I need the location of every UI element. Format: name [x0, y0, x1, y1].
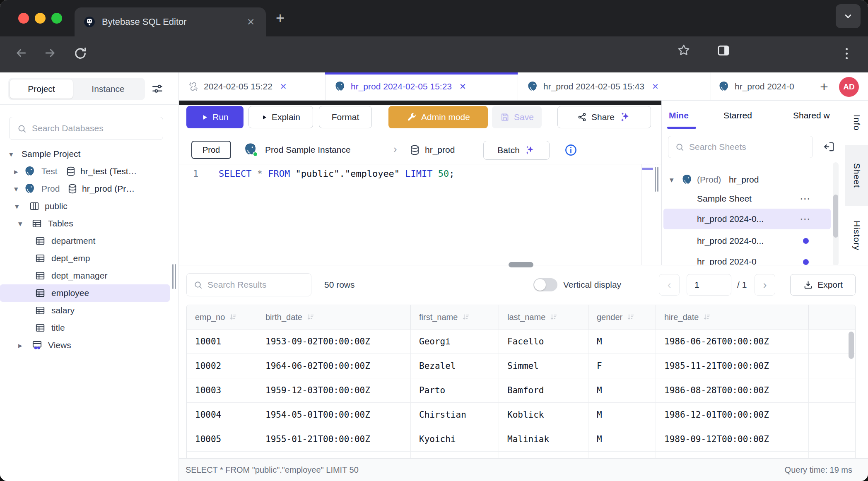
caret-down-icon[interactable]: ▾	[9, 150, 13, 158]
caret-right-icon[interactable]: ▸	[14, 168, 18, 176]
editor-overview-ruler[interactable]	[641, 164, 653, 265]
filter-settings-icon[interactable]	[151, 82, 164, 96]
forward-icon[interactable]	[43, 46, 57, 60]
caret-down-icon[interactable]: ▾	[14, 185, 18, 193]
column-header[interactable]: gender	[588, 305, 656, 329]
sheet-item-sample-sheet[interactable]: Sample Sheet ⋯	[662, 190, 836, 208]
more-icon[interactable]: ⋯	[800, 213, 811, 226]
run-button[interactable]: Run	[186, 106, 244, 128]
tree-item-schema-public[interactable]: ▾ public	[0, 197, 179, 215]
cell[interactable]: Chirstian	[411, 403, 499, 427]
browser-menu-kebab-icon[interactable]	[846, 46, 848, 62]
tab-shared[interactable]: Shared w	[793, 111, 830, 120]
side-tab-history[interactable]: History	[845, 206, 868, 265]
page-number-input[interactable]: 1	[687, 274, 731, 296]
prev-page-button[interactable]: ‹	[659, 274, 680, 296]
cell[interactable]: 1986-12-01T00:00:00Z	[656, 403, 809, 427]
sheet-tree-item-clipped[interactable]: (Test) hr_test	[662, 161, 836, 167]
more-icon[interactable]: ⋯	[800, 192, 811, 205]
table-row[interactable]: 10004 1954-05-01T00:00:00Z Chirstian Kob…	[187, 403, 855, 427]
format-button[interactable]: Format	[319, 106, 372, 128]
browser-tab[interactable]: Bytebase SQL Editor ✕	[75, 7, 266, 36]
tree-item-table-title[interactable]: title	[0, 319, 179, 337]
sidebar-resize-handle[interactable]	[172, 264, 176, 289]
add-sheet-icon[interactable]: +	[820, 72, 828, 101]
next-page-button[interactable]: ›	[755, 274, 775, 296]
cell[interactable]: M	[588, 378, 656, 402]
batch-button[interactable]: Batch	[483, 141, 550, 160]
collapse-panel-icon[interactable]	[823, 140, 836, 153]
sort-icon[interactable]	[550, 313, 558, 321]
search-results-input[interactable]: Search Results	[186, 273, 311, 296]
results-table[interactable]: emp_no birth_date first_name last_name g…	[186, 305, 856, 458]
tab-mine[interactable]: Mine	[669, 111, 689, 120]
cell[interactable]: 10004	[187, 403, 257, 427]
tree-item-db-prod[interactable]: ▾ Prod hr_prod (Pr…	[0, 180, 179, 197]
column-header[interactable]: last_name	[499, 305, 588, 329]
tree-item-table-dept-manager[interactable]: dept_manager	[0, 267, 179, 284]
tab-starred[interactable]: Starred	[723, 111, 752, 120]
table-row[interactable]: 10001 1953-09-02T00:00:00Z Georgi Facell…	[187, 329, 855, 354]
cell[interactable]: Bamford	[499, 378, 588, 402]
export-button[interactable]: Export	[790, 274, 856, 296]
window-zoom-button[interactable]	[51, 13, 62, 24]
sheet-tab-4[interactable]: hr_prod 2024-0	[711, 72, 819, 101]
instance-name[interactable]: Prod Sample Instance	[265, 141, 351, 159]
admin-mode-button[interactable]: Admin mode	[388, 106, 488, 128]
cell[interactable]: M	[588, 329, 656, 354]
browser-tab-close-icon[interactable]: ✕	[247, 7, 255, 36]
table-row-partial[interactable]: 10006 1953-04-20T00:00:00Z Anneke Preusi…	[187, 452, 855, 458]
cell[interactable]: Bezalel	[411, 354, 499, 378]
sql-code-line[interactable]: SELECT * FROM "public"."employee" LIMIT …	[219, 168, 455, 179]
cell[interactable]: 1989-09-12T00:00:00Z	[656, 427, 809, 451]
sheet-group-prod-hr-prod[interactable]: ▾ (Prod) hr_prod	[662, 171, 836, 189]
tree-item-table-department[interactable]: department	[0, 232, 179, 250]
cell[interactable]: Parto	[411, 378, 499, 402]
tab-instance[interactable]: Instance	[73, 79, 143, 99]
cell[interactable]: 10005	[187, 427, 257, 451]
caret-right-icon[interactable]: ▸	[18, 342, 22, 349]
cell[interactable]: 1959-12-03T00:00:00Z	[257, 378, 411, 402]
tree-item-table-salary[interactable]: salary	[0, 302, 179, 319]
sort-icon[interactable]	[306, 313, 315, 321]
sheet-tab-2-active[interactable]: hr_prod 2024-02-05 15:23 ✕	[325, 72, 518, 101]
cell[interactable]: M	[588, 427, 656, 451]
save-button[interactable]: Save	[492, 106, 542, 128]
tree-item-table-dept-emp[interactable]: dept_emp	[0, 250, 179, 267]
results-resize-handle[interactable]	[509, 262, 533, 267]
column-header[interactable]: emp_no	[187, 305, 257, 329]
table-row[interactable]: 10002 1964-06-02T00:00:00Z Bezalel Simme…	[187, 354, 855, 378]
close-icon[interactable]: ✕	[280, 82, 287, 91]
sheet-item-partial[interactable]: hr_prod 2024-0	[662, 254, 836, 266]
bookmark-star-icon[interactable]	[677, 43, 691, 57]
cell[interactable]: 1954-05-01T00:00:00Z	[257, 403, 411, 427]
info-icon[interactable]	[564, 143, 578, 157]
sort-icon[interactable]	[627, 313, 635, 321]
tree-item-table-employee-selected[interactable]: employee	[0, 284, 170, 302]
cell[interactable]: 1953-04-20T00:00:00Z	[257, 452, 411, 458]
cell[interactable]: 1964-06-02T00:00:00Z	[257, 354, 411, 378]
tree-item-db-test[interactable]: ▸ Test hr_test (Test…	[0, 163, 179, 180]
share-button[interactable]: Share	[557, 106, 651, 128]
back-icon[interactable]	[14, 46, 28, 60]
sheet-tab-1[interactable]: 2024-02-05 15:22 ✕	[179, 72, 326, 101]
vertical-display-toggle[interactable]	[533, 278, 557, 291]
sql-editor[interactable]: 1 SELECT * FROM "public"."employee" LIMI…	[179, 164, 661, 265]
reload-icon[interactable]	[73, 46, 88, 61]
sheet-scrollbar-track[interactable]	[833, 162, 839, 266]
cell[interactable]: 1986-06-26T00:00:00Z	[656, 329, 809, 354]
side-tab-sheet-active[interactable]: Sheet	[845, 145, 868, 206]
cell[interactable]: 1989-06-02T00:00:00Z	[656, 452, 809, 458]
table-row[interactable]: 10003 1959-12-03T00:00:00Z Parto Bamford…	[187, 378, 855, 403]
tree-group-tables[interactable]: ▾ Tables	[0, 215, 179, 232]
cell[interactable]: 1985-11-21T00:00:00Z	[656, 354, 809, 378]
new-tab-icon[interactable]: +	[276, 0, 285, 36]
cell[interactable]: M	[588, 403, 656, 427]
cell[interactable]: 10006	[187, 452, 257, 458]
sort-icon[interactable]	[703, 313, 711, 321]
cell[interactable]: 10002	[187, 354, 257, 378]
cell[interactable]: 10003	[187, 378, 257, 402]
cell[interactable]: Koblick	[499, 403, 588, 427]
window-minimize-button[interactable]	[35, 13, 46, 24]
search-sheets-input[interactable]: Search Sheets	[668, 136, 813, 158]
